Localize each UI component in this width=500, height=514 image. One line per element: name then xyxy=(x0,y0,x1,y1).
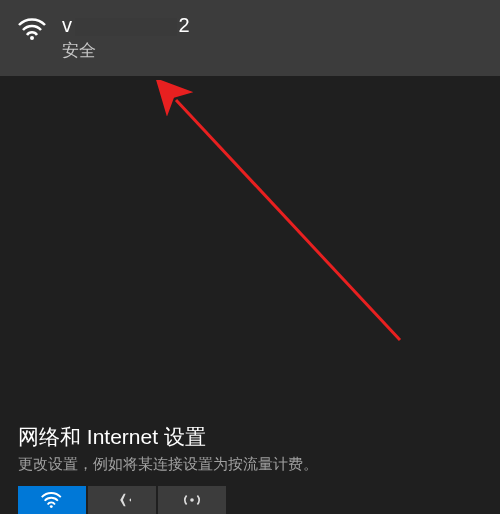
wifi-tile[interactable] xyxy=(18,486,86,514)
svg-point-4 xyxy=(190,498,194,502)
airplane-tile[interactable] xyxy=(88,486,156,514)
arrow-annotation xyxy=(150,80,450,400)
network-name-prefix: v xyxy=(62,14,73,36)
network-name: v2 xyxy=(62,14,190,37)
redacted-text xyxy=(75,18,177,36)
wifi-network-item[interactable]: v2 安全 xyxy=(0,0,500,76)
settings-description: 更改设置，例如将某连接设置为按流量计费。 xyxy=(18,455,482,474)
quick-action-row xyxy=(18,486,482,514)
svg-point-0 xyxy=(30,36,34,40)
svg-point-3 xyxy=(50,505,53,508)
network-info: v2 安全 xyxy=(62,14,190,62)
network-name-suffix: 2 xyxy=(179,14,191,36)
svg-line-2 xyxy=(176,100,400,340)
settings-title[interactable]: 网络和 Internet 设置 xyxy=(18,423,482,451)
settings-section: 网络和 Internet 设置 更改设置，例如将某连接设置为按流量计费。 xyxy=(0,423,500,514)
network-status: 安全 xyxy=(62,39,190,62)
hotspot-tile[interactable] xyxy=(158,486,226,514)
wifi-icon xyxy=(18,17,48,45)
